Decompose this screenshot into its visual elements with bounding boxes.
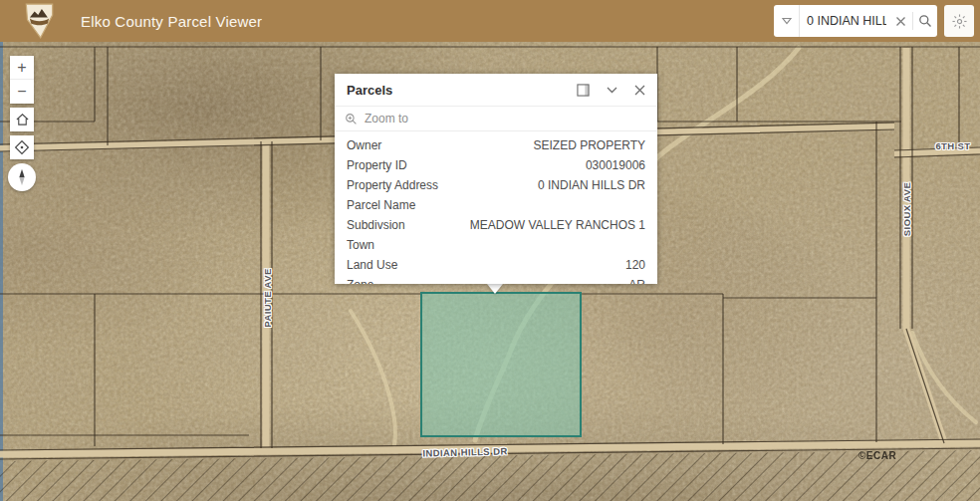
magnifier-plus-icon [345,113,358,125]
map-viewport[interactable]: PAIUTE AVE SIOUX AVE 6TH ST INDIAN HILLS… [0,42,980,501]
attribution: ©ECAR [858,450,896,461]
popup-header: Parcels [335,74,657,106]
field-row-land-use: Land Use 120 [335,255,657,275]
zoom-to-button[interactable]: Zoom to [335,106,657,131]
locate-icon [14,139,30,155]
field-row-property-address: Property Address 0 INDIAN HILLS DR [335,175,657,195]
home-icon [15,113,30,126]
search-box [774,5,937,37]
page-title: Elko County Parcel Viewer [81,13,262,30]
sun-icon [952,14,967,29]
field-label: Subdivsion [347,218,405,232]
dock-button[interactable] [577,84,590,97]
field-label: Property ID [347,158,407,172]
field-row-owner: Owner SEIZED PROPERTY [335,135,657,155]
field-label: Zone [347,278,373,284]
popup-title: Parcels [347,83,392,98]
popup-actions [577,84,645,97]
field-row-parcel-name: Parcel Name [335,195,657,215]
close-icon [634,85,645,96]
compass-button[interactable] [8,163,36,191]
collapse-button[interactable] [607,87,617,94]
close-icon [895,16,906,27]
field-row-town: Town [335,235,657,255]
zoom-to-label: Zoom to [365,112,408,125]
zoom-in-button[interactable]: + [10,56,34,80]
field-value: 030019006 [586,158,645,172]
field-row-subdivision: Subdivsion MEADOW VALLEY RANCHOS 1 [335,215,657,235]
home-button[interactable] [10,108,34,131]
chevron-down-icon [607,87,617,94]
field-label: Town [347,238,374,252]
field-value: MEADOW VALLEY RANCHOS 1 [470,218,645,232]
search-icon [918,14,932,28]
field-value: 120 [625,258,645,272]
field-label: Owner [347,138,381,152]
app-window: Elko County Parcel Viewer [0,0,980,501]
field-label: Property Address [347,178,438,192]
header-bar: Elko County Parcel Viewer [0,0,980,42]
search-input[interactable] [800,14,888,28]
field-row-property-id: Property ID 030019006 [335,155,657,175]
search-source-dropdown[interactable] [774,5,800,37]
dock-icon [577,84,590,97]
clear-search-button[interactable] [888,5,912,37]
parcel-popup: Parcels [335,74,657,284]
zoom-out-button[interactable]: − [10,80,34,104]
highlighted-parcel[interactable] [421,293,581,436]
field-value: SEIZED PROPERTY [534,138,645,152]
loading-indicator-button[interactable] [944,5,974,37]
popup-pointer [487,284,503,294]
header-actions [774,5,974,37]
field-value: 0 INDIAN HILLS DR [538,178,645,192]
nevada-logo-icon [21,3,58,39]
locate-button[interactable] [10,135,34,159]
field-value: AR [628,278,645,284]
tile-edge-strip [0,42,3,501]
search-submit-button[interactable] [913,5,937,37]
field-row-zone: Zone AR [335,275,657,284]
field-label: Parcel Name [347,198,415,212]
popup-fields: Owner SEIZED PROPERTY Property ID 030019… [335,131,657,284]
close-popup-button[interactable] [634,85,645,96]
field-label: Land Use [347,258,397,272]
zoom-control: + − [10,56,34,104]
compass-needle-icon [13,167,31,187]
dropdown-chevron-icon [782,17,792,25]
